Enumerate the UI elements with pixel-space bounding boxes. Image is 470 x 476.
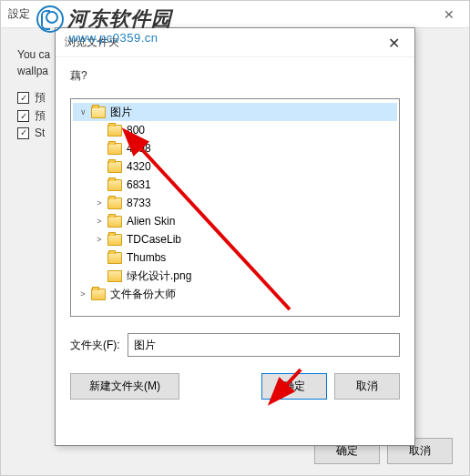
folder-icon bbox=[91, 289, 106, 300]
close-icon: ✕ bbox=[444, 7, 455, 22]
checkbox-icon: ✓ bbox=[17, 127, 29, 139]
tree-item-label: TDCaseLib bbox=[127, 233, 181, 246]
browse-prompt: 藕? bbox=[70, 68, 400, 84]
folder-icon bbox=[107, 234, 122, 246]
tree-item[interactable]: 4098 bbox=[73, 139, 397, 157]
tree-item-label: 4098 bbox=[127, 142, 151, 155]
expander-spacer bbox=[93, 178, 106, 191]
folder-icon bbox=[107, 143, 122, 155]
folder-icon bbox=[107, 179, 122, 191]
folder-icon bbox=[107, 125, 122, 137]
chevron-right-icon[interactable]: > bbox=[77, 288, 89, 300]
folder-icon bbox=[107, 161, 122, 173]
checkbox-label: 預 bbox=[35, 108, 46, 124]
browse-folder-dialog: 浏览文件夹 ✕ 藕? ∨图片800409843206831>8733>Alien… bbox=[55, 27, 415, 446]
folder-name-input[interactable] bbox=[128, 333, 400, 357]
browse-ok-button[interactable]: 确定 bbox=[261, 373, 327, 400]
tree-item[interactable]: Thumbs bbox=[73, 248, 397, 267]
checkbox-label: St bbox=[35, 127, 45, 139]
browse-button-row: 新建文件夹(M) 确定 取消 bbox=[70, 373, 400, 400]
folder-icon bbox=[107, 252, 122, 264]
chevron-right-icon[interactable]: > bbox=[93, 197, 106, 209]
tree-item[interactable]: >Alien Skin bbox=[73, 212, 397, 230]
tree-item-label: 图片 bbox=[110, 105, 132, 120]
tree-item[interactable]: 800 bbox=[73, 121, 397, 139]
folder-name-label: 文件夹(F): bbox=[70, 338, 120, 353]
folder-open-icon bbox=[91, 106, 106, 118]
tree-item-label: 6831 bbox=[127, 178, 151, 191]
tree-item-label: 800 bbox=[127, 124, 145, 137]
expander-spacer bbox=[93, 160, 106, 173]
image-file-icon bbox=[107, 270, 122, 282]
browse-body: 藕? ∨图片800409843206831>8733>Alien Skin>TD… bbox=[56, 57, 414, 410]
browse-titlebar: 浏览文件夹 ✕ bbox=[56, 28, 414, 57]
settings-titlebar: 設定 ✕ bbox=[1, 1, 469, 28]
checkbox-label: 預 bbox=[35, 90, 46, 106]
browse-close-button[interactable]: ✕ bbox=[373, 28, 414, 57]
chevron-down-icon[interactable]: ∨ bbox=[77, 106, 89, 118]
tree-item[interactable]: >8733 bbox=[73, 194, 397, 212]
folder-icon bbox=[107, 216, 122, 228]
expander-spacer bbox=[93, 124, 106, 137]
tree-item[interactable]: ∨图片 bbox=[73, 103, 397, 121]
tree-item[interactable]: >TDCaseLib bbox=[73, 230, 397, 248]
tree-item[interactable]: 绿化设计.png bbox=[73, 267, 397, 285]
folder-tree[interactable]: ∨图片800409843206831>8733>Alien Skin>TDCas… bbox=[70, 98, 400, 317]
browse-title: 浏览文件夹 bbox=[65, 35, 119, 50]
close-icon: ✕ bbox=[388, 35, 400, 52]
expander-spacer bbox=[93, 142, 106, 155]
folder-icon bbox=[107, 197, 122, 209]
tree-item[interactable]: >文件备份大师 bbox=[73, 285, 397, 303]
tree-item-label: 8733 bbox=[127, 197, 151, 209]
tree-item-label: Alien Skin bbox=[127, 215, 175, 228]
tree-item[interactable]: 4320 bbox=[73, 157, 397, 176]
chevron-right-icon[interactable]: > bbox=[93, 233, 106, 246]
tree-item-label: 文件备份大师 bbox=[110, 287, 176, 302]
tree-item-label: 绿化设计.png bbox=[127, 268, 191, 284]
tree-item-label: 4320 bbox=[127, 160, 151, 173]
expander-spacer bbox=[93, 251, 106, 264]
settings-title: 設定 bbox=[8, 6, 30, 22]
new-folder-button[interactable]: 新建文件夹(M) bbox=[70, 373, 179, 400]
checkbox-icon: ✓ bbox=[17, 110, 29, 122]
tree-item-label: Thumbs bbox=[127, 251, 166, 264]
chevron-right-icon[interactable]: > bbox=[93, 215, 106, 228]
settings-close-button[interactable]: ✕ bbox=[428, 1, 469, 28]
browse-cancel-button[interactable]: 取消 bbox=[334, 373, 400, 400]
expander-spacer bbox=[93, 269, 106, 282]
tree-item[interactable]: 6831 bbox=[73, 176, 397, 194]
folder-name-row: 文件夹(F): bbox=[70, 333, 400, 357]
checkbox-icon: ✓ bbox=[17, 92, 29, 104]
